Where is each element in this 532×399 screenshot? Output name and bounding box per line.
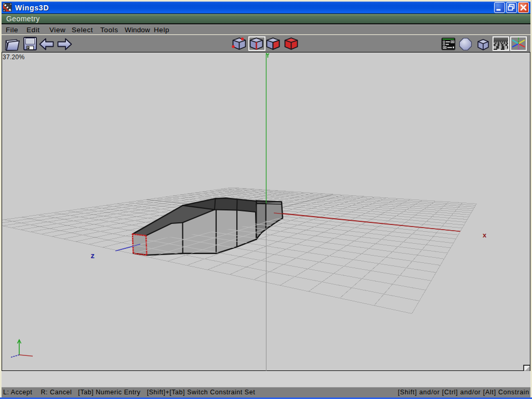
svg-text:z: z <box>91 251 95 260</box>
svg-text:x: x <box>483 231 487 239</box>
